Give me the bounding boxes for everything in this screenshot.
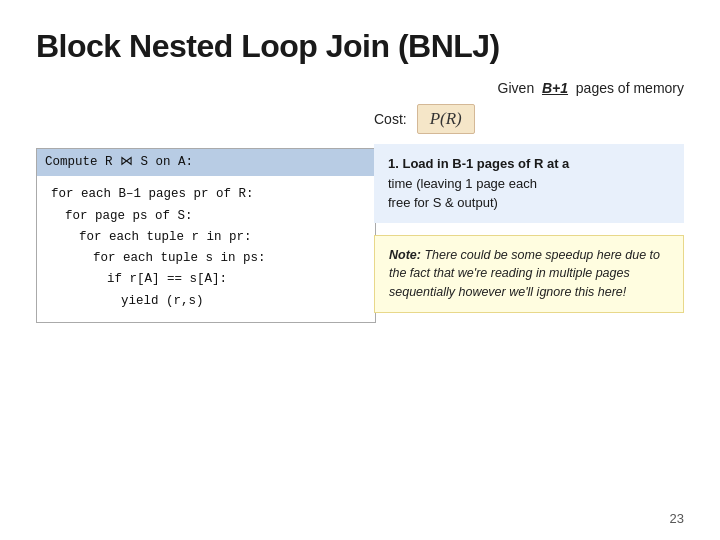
code-line-5: if r[A] == s[A]: xyxy=(51,269,361,290)
right-panel: Given B+1 pages of memory Cost: P(R) 1. … xyxy=(374,80,684,313)
code-line-4: for each tuple s in ps: xyxy=(51,248,361,269)
slide: Block Nested Loop Join (BNLJ) Compute R … xyxy=(0,0,720,540)
note-label: Note: xyxy=(389,248,421,262)
code-box: Compute R ⋈ S on A: for each B–1 pages p… xyxy=(36,148,376,323)
code-line-1: for each B–1 pages pr of R: xyxy=(51,184,361,205)
code-line-6: yield (r,s) xyxy=(51,291,361,312)
info-box-1: 1. Load in B-1 pages of R at a time (lea… xyxy=(374,144,684,223)
cost-label: Cost: xyxy=(374,111,407,127)
cost-line: Cost: P(R) xyxy=(374,104,684,134)
slide-title: Block Nested Loop Join (BNLJ) xyxy=(36,28,684,65)
code-line-3: for each tuple r in pr: xyxy=(51,227,361,248)
info1-rest: time (leaving 1 page eachfree for S & ou… xyxy=(388,176,537,211)
given-line: Given B+1 pages of memory xyxy=(374,80,684,96)
given-bold: B+1 xyxy=(542,80,568,96)
info1-bold: 1. Load in B-1 pages of R at a xyxy=(388,156,569,171)
page-number: 23 xyxy=(670,511,684,526)
given-suffix: pages of memory xyxy=(576,80,684,96)
formula-box: P(R) xyxy=(417,104,475,134)
info-box-2: Note: There could be some speedup here d… xyxy=(374,235,684,313)
given-label: Given xyxy=(498,80,535,96)
code-line-2: for page ps of S: xyxy=(51,206,361,227)
formula-text: P(R) xyxy=(430,109,462,128)
note-text: There could be some speedup here due to … xyxy=(389,248,660,300)
code-header: Compute R ⋈ S on A: xyxy=(37,149,375,176)
